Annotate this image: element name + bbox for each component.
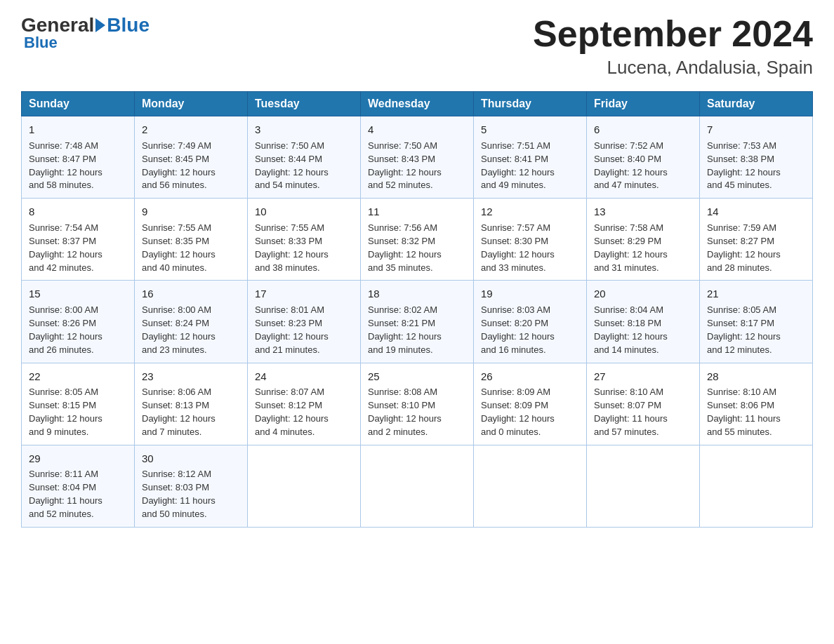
day-number: 23 (142, 369, 240, 384)
day-info: Sunrise: 8:04 AMSunset: 8:18 PMDaylight:… (594, 304, 692, 356)
day-number: 14 (707, 204, 805, 220)
week-row-1: 1 Sunrise: 7:48 AMSunset: 8:47 PMDayligh… (22, 116, 813, 199)
calendar-cell (587, 445, 700, 527)
logo: General Blue Blue (21, 14, 150, 52)
day-number: 5 (481, 122, 579, 137)
day-number: 2 (142, 122, 240, 137)
week-row-5: 29 Sunrise: 8:11 AMSunset: 8:04 PMDaylig… (22, 445, 813, 527)
title-area: September 2024 Lucena, Andalusia, Spain (533, 14, 813, 79)
day-number: 30 (142, 451, 240, 467)
calendar-cell: 7 Sunrise: 7:53 AMSunset: 8:38 PMDayligh… (700, 116, 813, 199)
day-number: 16 (142, 286, 240, 302)
calendar-cell: 4 Sunrise: 7:50 AMSunset: 8:43 PMDayligh… (361, 116, 474, 199)
day-number: 28 (707, 369, 805, 384)
day-info: Sunrise: 7:56 AMSunset: 8:32 PMDaylight:… (368, 222, 466, 274)
day-info: Sunrise: 7:54 AMSunset: 8:37 PMDaylight:… (29, 222, 127, 274)
day-info: Sunrise: 7:57 AMSunset: 8:30 PMDaylight:… (481, 222, 579, 274)
day-number: 3 (255, 122, 353, 137)
day-info: Sunrise: 8:12 AMSunset: 8:03 PMDaylight:… (142, 468, 240, 521)
day-info: Sunrise: 8:03 AMSunset: 8:20 PMDaylight:… (481, 304, 579, 356)
day-info: Sunrise: 7:49 AMSunset: 8:45 PMDaylight:… (142, 140, 240, 192)
day-info: Sunrise: 7:50 AMSunset: 8:43 PMDaylight:… (368, 140, 466, 192)
calendar-cell: 11 Sunrise: 7:56 AMSunset: 8:32 PMDaylig… (361, 199, 474, 281)
day-number: 1 (29, 122, 127, 137)
day-number: 20 (594, 286, 692, 302)
weekday-header-thursday: Thursday (474, 92, 587, 116)
weekday-header-sunday: Sunday (22, 92, 135, 116)
calendar-cell: 29 Sunrise: 8:11 AMSunset: 8:04 PMDaylig… (22, 445, 135, 527)
day-number: 7 (707, 122, 805, 137)
calendar-cell: 26 Sunrise: 8:09 AMSunset: 8:09 PMDaylig… (474, 363, 587, 445)
day-info: Sunrise: 7:52 AMSunset: 8:40 PMDaylight:… (594, 140, 692, 192)
calendar-cell: 5 Sunrise: 7:51 AMSunset: 8:41 PMDayligh… (474, 116, 587, 199)
weekday-header-saturday: Saturday (700, 92, 813, 116)
logo-arrow-icon (95, 18, 105, 32)
calendar-cell: 21 Sunrise: 8:05 AMSunset: 8:17 PMDaylig… (700, 281, 813, 363)
calendar-cell: 28 Sunrise: 8:10 AMSunset: 8:06 PMDaylig… (700, 363, 813, 445)
calendar-cell (361, 445, 474, 527)
calendar-cell: 30 Sunrise: 8:12 AMSunset: 8:03 PMDaylig… (135, 445, 248, 527)
calendar-cell: 23 Sunrise: 8:06 AMSunset: 8:13 PMDaylig… (135, 363, 248, 445)
calendar-cell: 8 Sunrise: 7:54 AMSunset: 8:37 PMDayligh… (22, 199, 135, 281)
day-info: Sunrise: 8:00 AMSunset: 8:24 PMDaylight:… (142, 304, 240, 356)
day-number: 27 (594, 369, 692, 384)
day-number: 13 (594, 204, 692, 220)
day-number: 11 (368, 204, 466, 220)
week-row-2: 8 Sunrise: 7:54 AMSunset: 8:37 PMDayligh… (22, 199, 813, 281)
day-info: Sunrise: 7:50 AMSunset: 8:44 PMDaylight:… (255, 140, 353, 192)
day-info: Sunrise: 7:58 AMSunset: 8:29 PMDaylight:… (594, 222, 692, 274)
day-info: Sunrise: 8:05 AMSunset: 8:17 PMDaylight:… (707, 304, 805, 356)
day-info: Sunrise: 8:10 AMSunset: 8:07 PMDaylight:… (594, 386, 692, 438)
day-info: Sunrise: 8:05 AMSunset: 8:15 PMDaylight:… (29, 386, 127, 438)
day-number: 24 (255, 369, 353, 384)
calendar-cell: 18 Sunrise: 8:02 AMSunset: 8:21 PMDaylig… (361, 281, 474, 363)
logo-subtitle: Blue (21, 34, 58, 52)
day-number: 17 (255, 286, 353, 302)
weekday-header-wednesday: Wednesday (361, 92, 474, 116)
day-number: 18 (368, 286, 466, 302)
calendar-subtitle: Lucena, Andalusia, Spain (533, 57, 813, 79)
day-info: Sunrise: 8:06 AMSunset: 8:13 PMDaylight:… (142, 386, 240, 438)
calendar-cell (474, 445, 587, 527)
calendar-cell: 9 Sunrise: 7:55 AMSunset: 8:35 PMDayligh… (135, 199, 248, 281)
weekday-header-row: SundayMondayTuesdayWednesdayThursdayFrid… (22, 92, 813, 116)
day-number: 6 (594, 122, 692, 137)
day-info: Sunrise: 7:55 AMSunset: 8:33 PMDaylight:… (255, 222, 353, 274)
day-number: 21 (707, 286, 805, 302)
day-info: Sunrise: 8:00 AMSunset: 8:26 PMDaylight:… (29, 304, 127, 356)
calendar-cell: 17 Sunrise: 8:01 AMSunset: 8:23 PMDaylig… (248, 281, 361, 363)
day-number: 25 (368, 369, 466, 384)
day-info: Sunrise: 7:59 AMSunset: 8:27 PMDaylight:… (707, 222, 805, 274)
calendar-cell: 27 Sunrise: 8:10 AMSunset: 8:07 PMDaylig… (587, 363, 700, 445)
day-info: Sunrise: 8:01 AMSunset: 8:23 PMDaylight:… (255, 304, 353, 356)
day-number: 12 (481, 204, 579, 220)
day-number: 4 (368, 122, 466, 137)
page-header: General Blue Blue September 2024 Lucena,… (21, 14, 813, 79)
day-number: 8 (29, 204, 127, 220)
calendar-cell: 1 Sunrise: 7:48 AMSunset: 8:47 PMDayligh… (22, 116, 135, 199)
calendar-cell: 24 Sunrise: 8:07 AMSunset: 8:12 PMDaylig… (248, 363, 361, 445)
day-info: Sunrise: 8:08 AMSunset: 8:10 PMDaylight:… (368, 386, 466, 438)
weekday-header-monday: Monday (135, 92, 248, 116)
calendar-cell: 15 Sunrise: 8:00 AMSunset: 8:26 PMDaylig… (22, 281, 135, 363)
calendar-cell (700, 445, 813, 527)
calendar-table: SundayMondayTuesdayWednesdayThursdayFrid… (21, 91, 813, 528)
day-info: Sunrise: 7:55 AMSunset: 8:35 PMDaylight:… (142, 222, 240, 274)
day-info: Sunrise: 8:02 AMSunset: 8:21 PMDaylight:… (368, 304, 466, 356)
day-number: 10 (255, 204, 353, 220)
calendar-cell: 16 Sunrise: 8:00 AMSunset: 8:24 PMDaylig… (135, 281, 248, 363)
logo-blue-text: Blue (107, 14, 150, 36)
day-info: Sunrise: 8:11 AMSunset: 8:04 PMDaylight:… (29, 468, 127, 521)
weekday-header-friday: Friday (587, 92, 700, 116)
calendar-cell (248, 445, 361, 527)
calendar-cell: 13 Sunrise: 7:58 AMSunset: 8:29 PMDaylig… (587, 199, 700, 281)
calendar-title: September 2024 (533, 14, 813, 54)
weekday-header-tuesday: Tuesday (248, 92, 361, 116)
day-number: 19 (481, 286, 579, 302)
calendar-cell: 3 Sunrise: 7:50 AMSunset: 8:44 PMDayligh… (248, 116, 361, 199)
day-number: 29 (29, 451, 127, 467)
day-info: Sunrise: 8:09 AMSunset: 8:09 PMDaylight:… (481, 386, 579, 438)
day-info: Sunrise: 8:10 AMSunset: 8:06 PMDaylight:… (707, 386, 805, 438)
day-number: 22 (29, 369, 127, 384)
calendar-cell: 10 Sunrise: 7:55 AMSunset: 8:33 PMDaylig… (248, 199, 361, 281)
